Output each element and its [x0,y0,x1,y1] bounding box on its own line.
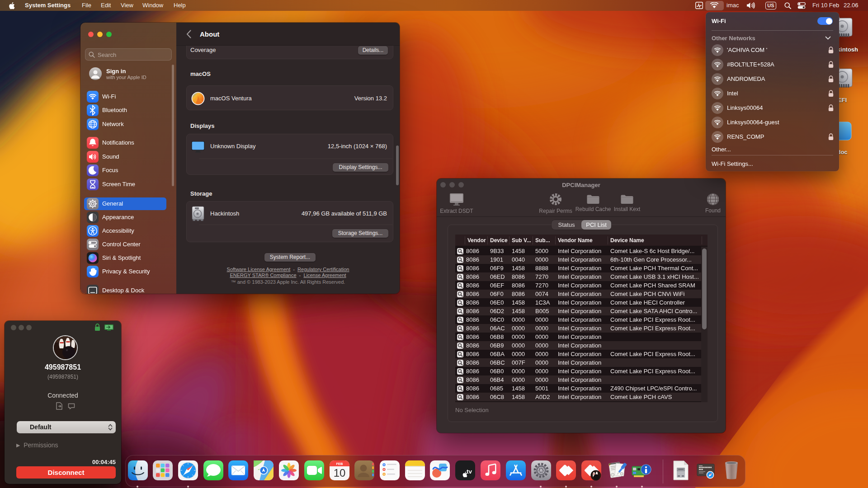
svg-text:FEB: FEB [336,462,344,466]
svg-text:10: 10 [334,467,346,479]
svg-text:tv: tv [467,468,472,475]
